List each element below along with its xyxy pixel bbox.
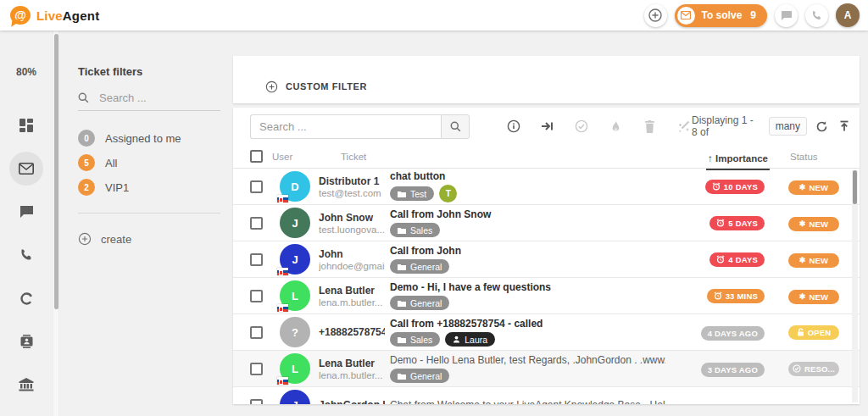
status-badge[interactable]: OPEN bbox=[788, 325, 839, 340]
row-checkbox[interactable] bbox=[250, 363, 263, 375]
refresh-icon bbox=[815, 120, 828, 133]
filter-item-vip1[interactable]: 2 VIP1 bbox=[78, 179, 233, 196]
filter-count-badge: 5 bbox=[78, 154, 95, 171]
column-header-status[interactable]: Status bbox=[778, 152, 860, 162]
table-row[interactable]: J John johndoe@gmai... Call from John Ge… bbox=[233, 241, 860, 278]
alarm-clock-icon bbox=[716, 219, 725, 227]
filters-divider bbox=[78, 213, 220, 214]
sidebar-item-calls[interactable] bbox=[9, 238, 43, 272]
sort-arrow-icon: ↑ bbox=[708, 153, 713, 164]
status-badge[interactable]: ✱ NEW bbox=[788, 253, 839, 268]
row-checkbox[interactable] bbox=[250, 253, 263, 266]
logo-text: LiveAgent bbox=[36, 8, 99, 23]
trash-icon bbox=[644, 120, 655, 133]
create-filter-button[interactable]: create bbox=[78, 232, 233, 246]
sidebar-item-billing[interactable] bbox=[9, 368, 43, 402]
dashboard-icon bbox=[19, 118, 34, 133]
delete-button[interactable] bbox=[641, 118, 658, 135]
chats-button[interactable] bbox=[775, 4, 798, 27]
avatar: J bbox=[280, 244, 310, 275]
info-button[interactable] bbox=[505, 118, 522, 135]
tag-badge[interactable]: T bbox=[439, 185, 457, 202]
department-tag[interactable]: Test bbox=[390, 186, 434, 201]
status-badge[interactable]: RESO... bbox=[788, 362, 839, 376]
column-header-ticket[interactable]: Ticket bbox=[341, 152, 672, 162]
row-checkbox[interactable] bbox=[250, 290, 263, 302]
phone-icon bbox=[811, 10, 822, 21]
logo-bubble-icon: @ bbox=[10, 6, 31, 25]
user-name: John Snow bbox=[319, 212, 385, 224]
flag-icon bbox=[277, 195, 288, 202]
table-row[interactable]: L Lena Butler lena.m.butler... Demo - Hi… bbox=[233, 278, 860, 314]
user-email: johndoe@gmai... bbox=[319, 261, 385, 271]
ticket-search-button[interactable] bbox=[441, 114, 470, 139]
sidebar-item-tickets[interactable] bbox=[9, 152, 43, 186]
sidebar-item-dashboard[interactable] bbox=[9, 108, 43, 142]
table-row[interactable]: ? +18882578754 Call from +18882578754 - … bbox=[233, 314, 860, 351]
resolve-button[interactable] bbox=[573, 118, 590, 135]
table-toolbar: Displaying 1 - 8 of many bbox=[233, 108, 860, 145]
table-row[interactable]: D Distributor 1 test@test.com chat butto… bbox=[233, 169, 860, 205]
department-tag[interactable]: Sales bbox=[390, 332, 440, 347]
custom-filter-button[interactable]: CUSTOM FILTER bbox=[265, 80, 367, 93]
sidebar-item-contacts[interactable] bbox=[9, 324, 43, 358]
filter-item-assigned-to-me[interactable]: 0 Assigned to me bbox=[78, 130, 233, 147]
agent-tag[interactable]: Laura bbox=[445, 332, 495, 347]
person-icon bbox=[453, 336, 460, 343]
scrollbar-thumb[interactable] bbox=[54, 34, 58, 309]
add-button[interactable] bbox=[644, 4, 667, 27]
table-scrollbar[interactable] bbox=[852, 170, 858, 402]
phone-icon bbox=[19, 248, 33, 262]
department-tag[interactable]: General bbox=[390, 259, 449, 274]
table-row[interactable]: J JohnGordon H... Chat from Welcome to y… bbox=[233, 387, 860, 404]
scroll-top-button[interactable] bbox=[837, 118, 851, 135]
ticket-table-card: Displaying 1 - 8 of many bbox=[233, 108, 860, 404]
status-badge[interactable]: ✱ NEW bbox=[788, 180, 839, 195]
filters-search[interactable] bbox=[78, 92, 220, 111]
plus-circle-icon bbox=[78, 232, 92, 246]
sidebar-item-loop[interactable] bbox=[9, 281, 43, 315]
avatar: ? bbox=[280, 317, 310, 347]
department-tag[interactable]: General bbox=[390, 296, 449, 310]
department-tag[interactable]: Sales bbox=[390, 223, 440, 237]
status-badge[interactable]: ✱ NEW bbox=[788, 217, 839, 231]
calls-button[interactable] bbox=[805, 4, 828, 27]
select-all-checkbox[interactable] bbox=[250, 150, 263, 163]
to-solve-button[interactable]: To solve 9 bbox=[675, 4, 767, 27]
row-checkbox[interactable] bbox=[250, 326, 263, 339]
ring-icon bbox=[19, 291, 34, 306]
column-header-importance[interactable]: ↑ Importance bbox=[706, 149, 770, 170]
row-checkbox[interactable] bbox=[250, 399, 263, 405]
sidebar-scrollbar[interactable] bbox=[53, 31, 59, 416]
actions-button[interactable] bbox=[675, 118, 692, 135]
spam-button[interactable] bbox=[607, 118, 624, 135]
table-header: User Ticket ↑ Importance Status bbox=[233, 145, 860, 169]
sidebar-item-chats[interactable] bbox=[9, 195, 43, 229]
avatar: L bbox=[280, 353, 310, 384]
filters-title: Ticket filters bbox=[78, 65, 233, 78]
envelope-icon bbox=[677, 7, 695, 25]
table-row[interactable]: J John Snow test.luongova... Call from J… bbox=[233, 205, 860, 241]
filter-label: Assigned to me bbox=[105, 132, 181, 145]
scrollbar-thumb[interactable] bbox=[853, 170, 857, 204]
page-size-dropdown[interactable]: many bbox=[769, 117, 807, 136]
liveagent-logo: @ LiveAgent bbox=[10, 6, 99, 25]
status-badge[interactable]: ✱ NEW bbox=[788, 290, 839, 304]
table-row[interactable]: L Lena Butler lena.m.butler... Demo - He… bbox=[233, 351, 860, 387]
user-name: +18882578754 bbox=[319, 326, 385, 338]
refresh-button[interactable] bbox=[815, 118, 829, 135]
transfer-button[interactable] bbox=[539, 118, 556, 135]
folder-icon bbox=[398, 191, 406, 197]
zoom-level: 80% bbox=[16, 66, 36, 78]
filters-search-input[interactable] bbox=[99, 92, 201, 104]
row-checkbox[interactable] bbox=[250, 217, 263, 230]
department-tag[interactable]: General bbox=[390, 369, 449, 383]
ticket-search-input[interactable] bbox=[250, 114, 441, 139]
user-avatar[interactable]: A bbox=[836, 3, 860, 27]
filter-item-all[interactable]: 5 All bbox=[78, 154, 233, 171]
user-name: Lena Butler bbox=[319, 285, 385, 297]
flame-icon bbox=[610, 120, 621, 133]
row-checkbox[interactable] bbox=[250, 180, 263, 193]
user-name: Distributor 1 bbox=[319, 175, 385, 187]
user-name: Lena Butler bbox=[319, 358, 385, 369]
